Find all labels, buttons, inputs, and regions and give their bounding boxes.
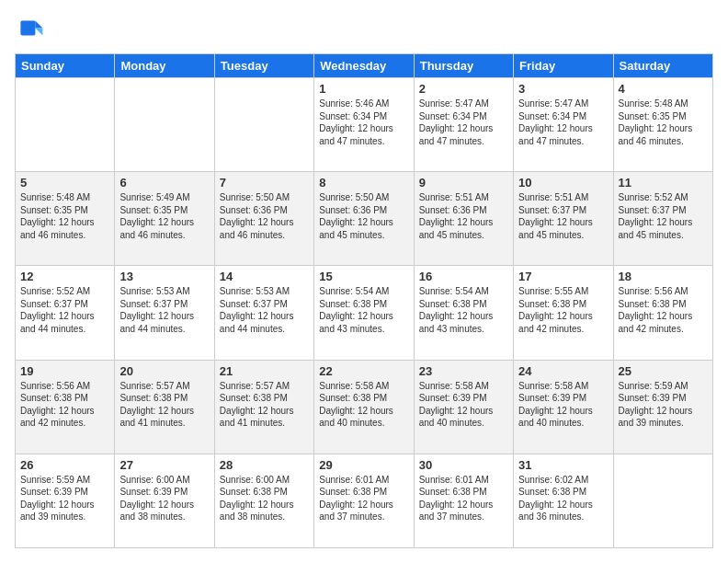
day-info: Sunrise: 5:50 AM Sunset: 6:36 PM Dayligh… (220, 191, 309, 241)
day-number: 22 (319, 364, 408, 378)
day-number: 2 (419, 82, 508, 96)
svg-rect-2 (20, 20, 35, 35)
calendar-cell: 14Sunrise: 5:53 AM Sunset: 6:37 PM Dayli… (214, 266, 313, 360)
calendar-cell: 8Sunrise: 5:50 AM Sunset: 6:36 PM Daylig… (314, 172, 414, 266)
day-info: Sunrise: 5:54 AM Sunset: 6:38 PM Dayligh… (419, 285, 508, 335)
calendar-cell: 3Sunrise: 5:47 AM Sunset: 6:34 PM Daylig… (514, 78, 613, 172)
calendar-cell: 19Sunrise: 5:56 AM Sunset: 6:38 PM Dayli… (16, 360, 115, 454)
calendar-header-tuesday: Tuesday (214, 54, 313, 78)
page: SundayMondayTuesdayWednesdayThursdayFrid… (0, 0, 728, 563)
week-row-2: 5Sunrise: 5:48 AM Sunset: 6:35 PM Daylig… (16, 172, 713, 266)
logo (15, 15, 48, 44)
day-number: 17 (518, 270, 608, 283)
day-info: Sunrise: 5:47 AM Sunset: 6:34 PM Dayligh… (518, 98, 608, 147)
calendar: SundayMondayTuesdayWednesdayThursdayFrid… (15, 53, 713, 548)
day-number: 8 (319, 176, 408, 190)
calendar-cell: 9Sunrise: 5:51 AM Sunset: 6:36 PM Daylig… (414, 172, 513, 266)
day-info: Sunrise: 5:48 AM Sunset: 6:35 PM Dayligh… (619, 98, 708, 147)
calendar-header-saturday: Saturday (613, 54, 712, 78)
calendar-cell: 16Sunrise: 5:54 AM Sunset: 6:38 PM Dayli… (414, 266, 513, 360)
calendar-header-wednesday: Wednesday (314, 54, 414, 78)
day-number: 9 (419, 176, 508, 190)
calendar-cell: 23Sunrise: 5:58 AM Sunset: 6:39 PM Dayli… (414, 360, 513, 454)
day-number: 26 (20, 458, 109, 472)
day-info: Sunrise: 6:01 AM Sunset: 6:38 PM Dayligh… (419, 474, 508, 523)
day-number: 23 (419, 364, 508, 378)
day-number: 20 (119, 364, 209, 378)
calendar-header-thursday: Thursday (414, 54, 513, 78)
day-info: Sunrise: 6:01 AM Sunset: 6:38 PM Dayligh… (319, 474, 408, 523)
day-number: 25 (619, 364, 708, 378)
calendar-cell: 17Sunrise: 5:55 AM Sunset: 6:38 PM Dayli… (514, 266, 613, 360)
calendar-cell: 31Sunrise: 6:02 AM Sunset: 6:38 PM Dayli… (514, 454, 613, 547)
logo-icon (15, 15, 44, 44)
calendar-cell: 11Sunrise: 5:52 AM Sunset: 6:37 PM Dayli… (613, 172, 712, 266)
calendar-header-monday: Monday (115, 54, 214, 78)
calendar-cell: 25Sunrise: 5:59 AM Sunset: 6:39 PM Dayli… (613, 360, 712, 454)
header (15, 15, 713, 44)
day-info: Sunrise: 6:00 AM Sunset: 6:38 PM Dayligh… (220, 474, 309, 523)
day-info: Sunrise: 5:57 AM Sunset: 6:38 PM Dayligh… (119, 380, 209, 430)
day-info: Sunrise: 6:02 AM Sunset: 6:38 PM Dayligh… (518, 474, 608, 523)
day-number: 13 (119, 270, 209, 283)
week-row-3: 12Sunrise: 5:52 AM Sunset: 6:37 PM Dayli… (16, 266, 713, 360)
day-info: Sunrise: 5:58 AM Sunset: 6:39 PM Dayligh… (518, 380, 608, 430)
calendar-header-row: SundayMondayTuesdayWednesdayThursdayFrid… (16, 54, 713, 78)
day-number: 6 (119, 176, 209, 190)
svg-marker-0 (35, 20, 42, 28)
calendar-cell: 2Sunrise: 5:47 AM Sunset: 6:34 PM Daylig… (414, 78, 513, 172)
day-number: 27 (119, 458, 209, 472)
calendar-cell (115, 78, 214, 172)
day-info: Sunrise: 6:00 AM Sunset: 6:39 PM Dayligh… (119, 474, 209, 523)
day-number: 7 (220, 176, 309, 190)
calendar-cell: 10Sunrise: 5:51 AM Sunset: 6:37 PM Dayli… (514, 172, 613, 266)
day-number: 29 (319, 458, 408, 472)
day-info: Sunrise: 5:46 AM Sunset: 6:34 PM Dayligh… (319, 98, 408, 147)
calendar-cell: 18Sunrise: 5:56 AM Sunset: 6:38 PM Dayli… (613, 266, 712, 360)
day-info: Sunrise: 5:55 AM Sunset: 6:38 PM Dayligh… (518, 285, 608, 335)
day-info: Sunrise: 5:48 AM Sunset: 6:35 PM Dayligh… (20, 191, 109, 241)
day-number: 3 (518, 82, 608, 96)
week-row-4: 19Sunrise: 5:56 AM Sunset: 6:38 PM Dayli… (16, 360, 713, 454)
day-number: 21 (220, 364, 309, 378)
day-info: Sunrise: 5:58 AM Sunset: 6:38 PM Dayligh… (319, 380, 408, 430)
day-info: Sunrise: 5:50 AM Sunset: 6:36 PM Dayligh… (319, 191, 408, 241)
day-info: Sunrise: 5:58 AM Sunset: 6:39 PM Dayligh… (419, 380, 508, 430)
calendar-cell: 13Sunrise: 5:53 AM Sunset: 6:37 PM Dayli… (115, 266, 214, 360)
day-number: 19 (20, 364, 109, 378)
day-info: Sunrise: 5:52 AM Sunset: 6:37 PM Dayligh… (20, 285, 109, 335)
day-number: 1 (319, 82, 408, 96)
week-row-5: 26Sunrise: 5:59 AM Sunset: 6:39 PM Dayli… (16, 454, 713, 547)
calendar-cell (613, 454, 712, 547)
calendar-cell: 27Sunrise: 6:00 AM Sunset: 6:39 PM Dayli… (115, 454, 214, 547)
day-number: 31 (518, 458, 608, 472)
calendar-cell: 5Sunrise: 5:48 AM Sunset: 6:35 PM Daylig… (16, 172, 115, 266)
day-info: Sunrise: 5:56 AM Sunset: 6:38 PM Dayligh… (20, 380, 109, 430)
day-info: Sunrise: 5:51 AM Sunset: 6:37 PM Dayligh… (518, 191, 608, 241)
calendar-cell: 22Sunrise: 5:58 AM Sunset: 6:38 PM Dayli… (314, 360, 414, 454)
day-number: 16 (419, 270, 508, 283)
day-number: 15 (319, 270, 408, 283)
day-info: Sunrise: 5:59 AM Sunset: 6:39 PM Dayligh… (619, 380, 708, 430)
day-number: 24 (518, 364, 608, 378)
calendar-cell: 15Sunrise: 5:54 AM Sunset: 6:38 PM Dayli… (314, 266, 414, 360)
calendar-cell: 1Sunrise: 5:46 AM Sunset: 6:34 PM Daylig… (314, 78, 414, 172)
day-info: Sunrise: 5:53 AM Sunset: 6:37 PM Dayligh… (119, 285, 209, 335)
svg-marker-1 (35, 28, 42, 35)
calendar-cell: 28Sunrise: 6:00 AM Sunset: 6:38 PM Dayli… (214, 454, 313, 547)
day-number: 14 (220, 270, 309, 283)
calendar-cell: 7Sunrise: 5:50 AM Sunset: 6:36 PM Daylig… (214, 172, 313, 266)
day-number: 30 (419, 458, 508, 472)
week-row-1: 1Sunrise: 5:46 AM Sunset: 6:34 PM Daylig… (16, 78, 713, 172)
day-number: 4 (619, 82, 708, 96)
day-info: Sunrise: 5:49 AM Sunset: 6:35 PM Dayligh… (119, 191, 209, 241)
calendar-cell: 20Sunrise: 5:57 AM Sunset: 6:38 PM Dayli… (115, 360, 214, 454)
calendar-header-friday: Friday (514, 54, 613, 78)
calendar-cell: 30Sunrise: 6:01 AM Sunset: 6:38 PM Dayli… (414, 454, 513, 547)
day-number: 12 (20, 270, 109, 283)
day-info: Sunrise: 5:56 AM Sunset: 6:38 PM Dayligh… (619, 285, 708, 335)
calendar-cell: 21Sunrise: 5:57 AM Sunset: 6:38 PM Dayli… (214, 360, 313, 454)
calendar-cell: 29Sunrise: 6:01 AM Sunset: 6:38 PM Dayli… (314, 454, 414, 547)
day-number: 18 (619, 270, 708, 283)
day-info: Sunrise: 5:53 AM Sunset: 6:37 PM Dayligh… (220, 285, 309, 335)
